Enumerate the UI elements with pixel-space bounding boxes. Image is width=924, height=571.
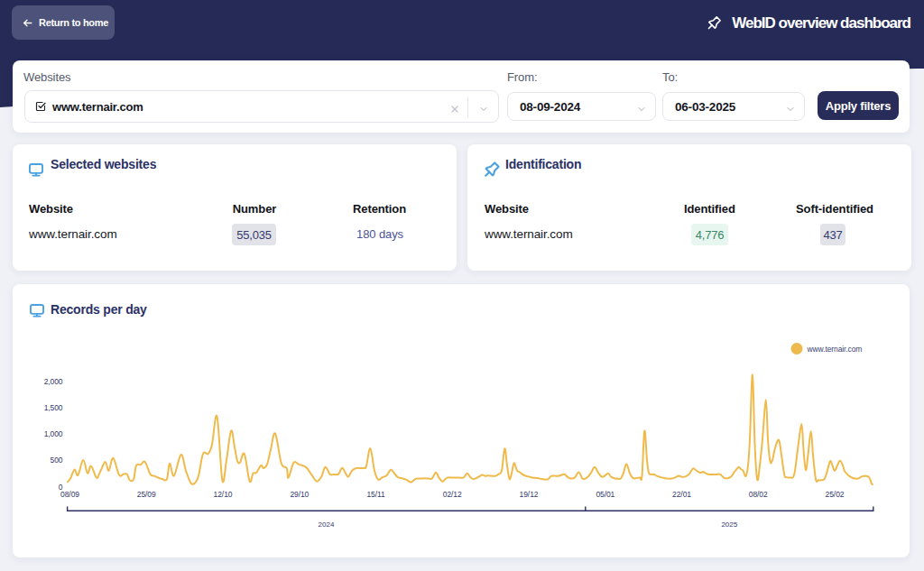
svg-text:29/10: 29/10 — [290, 490, 309, 499]
svg-text:1,500: 1,500 — [44, 403, 63, 412]
svg-text:www.ternair.com: www.ternair.com — [807, 345, 863, 354]
svg-text:02/12: 02/12 — [443, 490, 462, 499]
svg-text:08/09: 08/09 — [60, 490, 79, 499]
svg-text:08/02: 08/02 — [749, 490, 768, 499]
svg-text:25/09: 25/09 — [137, 490, 156, 499]
svg-text:25/02: 25/02 — [826, 490, 845, 499]
svg-text:22/01: 22/01 — [672, 490, 691, 499]
svg-text:05/01: 05/01 — [596, 490, 614, 499]
svg-text:1,000: 1,000 — [44, 429, 63, 438]
svg-text:2025: 2025 — [721, 520, 737, 529]
svg-text:2024: 2024 — [319, 520, 335, 529]
svg-text:2,000: 2,000 — [44, 377, 63, 386]
svg-text:12/10: 12/10 — [214, 490, 233, 499]
svg-text:19/12: 19/12 — [520, 490, 539, 499]
svg-text:500: 500 — [51, 456, 63, 465]
svg-text:15/11: 15/11 — [366, 490, 385, 499]
